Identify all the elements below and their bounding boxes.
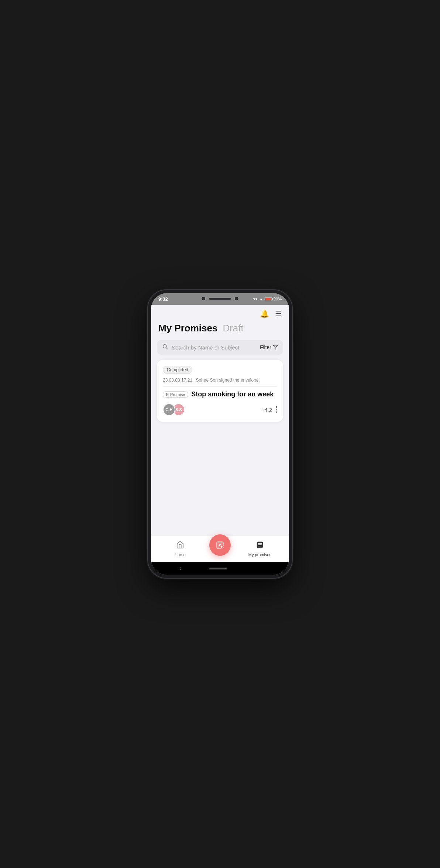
create-promise-fab[interactable] [209, 534, 231, 556]
page-title-row: My Promises Draft [151, 321, 289, 340]
nav-item-home[interactable]: Home [151, 541, 209, 557]
svg-marker-2 [273, 345, 278, 349]
back-button[interactable]: ‹ [179, 565, 181, 572]
wifi-icon: ▾▾ [253, 297, 258, 302]
svg-line-1 [166, 348, 168, 349]
my-promises-label: My promises [248, 552, 271, 557]
search-input[interactable]: Search by Name or Subject [172, 344, 256, 351]
card-subject: Stop smoking for an week [191, 390, 274, 398]
card-footer: G.H S.S ~4.2 [163, 403, 277, 416]
bottom-nav: Home [151, 535, 289, 562]
avatar-gh: G.H [163, 403, 175, 416]
rating-value: ~4.2 [261, 407, 272, 413]
card-activity: 23.03.03 17:21 Sohee Son signed the enve… [163, 378, 277, 387]
camera-dot-left [202, 297, 205, 300]
activity-datetime: 23.03.03 17:21 [163, 378, 192, 383]
page-title-my-promises: My Promises [158, 323, 217, 334]
battery-body [265, 297, 272, 301]
phone-frame: 9:32 ▾▾ ▲ 90% 🔔 ☰ My Promises [148, 290, 292, 578]
more-options-button[interactable] [276, 406, 277, 413]
nav-item-my-promises[interactable]: My promises [231, 541, 289, 557]
battery-percent: 90% [274, 297, 282, 301]
card-subject-row: E-Promise Stop smoking for an week [163, 390, 277, 398]
status-badge: Completed [163, 366, 192, 374]
battery-icon [265, 297, 272, 301]
app-header: 🔔 ☰ [151, 305, 289, 321]
status-icons: ▾▾ ▲ 90% [253, 297, 282, 302]
promise-card[interactable]: Completed 23.03.03 17:21 Sohee Son signe… [157, 360, 283, 422]
card-meta-right: ~4.2 [261, 406, 277, 413]
menu-icon[interactable]: ☰ [275, 309, 282, 318]
phone-screen: 9:32 ▾▾ ▲ 90% 🔔 ☰ My Promises [151, 293, 289, 575]
search-icon [162, 344, 168, 351]
search-bar[interactable]: Search by Name or Subject Filter [157, 340, 283, 355]
notification-icon[interactable]: 🔔 [260, 309, 269, 318]
home-pill[interactable] [209, 568, 227, 569]
filter-label: Filter [260, 344, 271, 350]
avatars: G.H S.S [163, 403, 185, 416]
camera-area [202, 297, 238, 300]
screen-content: 🔔 ☰ My Promises Draft Se [151, 305, 289, 575]
status-time: 9:32 [158, 296, 168, 302]
camera-dot-right [235, 297, 238, 300]
activity-text: Sohee Son signed the envelope. [196, 378, 259, 383]
epromise-badge: E-Promise [163, 391, 188, 398]
signal-icon: ▲ [259, 297, 263, 301]
battery-fill [265, 298, 271, 300]
home-label: Home [175, 552, 185, 557]
device-bottom-bar: ‹ [151, 562, 289, 575]
speaker-bar [209, 298, 231, 300]
page-title-draft[interactable]: Draft [223, 323, 243, 334]
fab-icon [215, 540, 225, 550]
home-icon [176, 541, 184, 551]
filter-button[interactable]: Filter [260, 344, 278, 350]
my-promises-icon [256, 541, 264, 551]
content-scroll[interactable]: Search by Name or Subject Filter Complet… [151, 340, 289, 535]
